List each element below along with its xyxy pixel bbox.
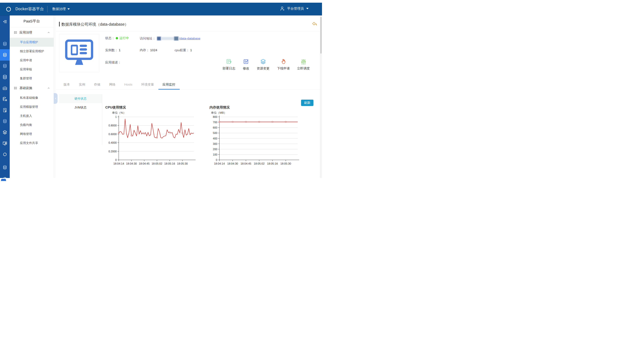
database-icon[interactable] (2, 74, 8, 80)
address-redacted (157, 36, 179, 41)
sidebar-section-infrastructure[interactable]: 基础设施 (10, 83, 54, 93)
memory-usage-chart: 010020030040050060070080018:04:1418:04:3… (206, 115, 299, 166)
tab-hosts[interactable]: Hosts (124, 80, 132, 90)
chevron-left-icon (54, 97, 57, 100)
memory-value: 1024 (150, 48, 157, 52)
cpu-weight-label: cpu权重： (174, 48, 189, 52)
header-divider (47, 6, 48, 12)
cpu-usage-chart: 00.20000.40000.60000.8000118:04:1418:04:… (105, 115, 196, 166)
svg-text:600: 600 (213, 126, 217, 129)
svg-text:18:04:14: 18:04:14 (214, 162, 225, 165)
tab-version[interactable]: 版本 (64, 80, 70, 90)
chevron-up-icon (47, 31, 50, 34)
action-label: 立即调度 (297, 66, 310, 71)
svg-text:18:04:30: 18:04:30 (126, 162, 137, 165)
app-title: Docker容器平台 (16, 6, 44, 11)
database-icon[interactable] (2, 41, 7, 46)
memory-chart-title: 内存使用情况 (210, 105, 230, 110)
top-header: Docker容器平台 数据治理 平台管理员 (0, 3, 322, 15)
svg-text:18:04:30: 18:04:30 (227, 162, 238, 165)
subnav-jvm-status[interactable]: JVM状态 (59, 103, 102, 112)
chevron-down-icon (68, 8, 70, 10)
nav-data-governance[interactable]: 数据治理 (52, 7, 70, 11)
layers-icon[interactable] (2, 130, 8, 135)
memory-field: 内存： 1024 (140, 48, 157, 52)
action-schedule-now[interactable]: 立即调度 (293, 58, 314, 71)
svg-text:1: 1 (115, 116, 117, 118)
database-icon[interactable] (2, 119, 7, 124)
sidebar-section-app-governance[interactable]: 应用治理 (10, 27, 54, 38)
monitor-subnav: 硬件状态 JVM状态 (59, 94, 102, 145)
svg-text:DATA: DATA (3, 88, 6, 89)
platform-logo-icon (5, 6, 12, 13)
cpu-chart-title: CPU使用情况 (105, 105, 126, 110)
app-icon-box (59, 34, 99, 72)
list-icon (14, 86, 18, 90)
sidebar-collapse-handle[interactable] (54, 93, 58, 104)
action-offline-request[interactable]: 下线申请 (273, 58, 294, 71)
cpu-chart-unit: 单位（%） (112, 111, 126, 115)
sidebar-item-app-review[interactable]: 应用审核 (10, 65, 54, 74)
tab-network[interactable]: 网络 (109, 80, 116, 90)
data-node-icon[interactable]: DATA (2, 86, 8, 91)
swirl-icon[interactable] (2, 152, 8, 157)
sidebar-item-cluster-management[interactable]: 集群管理 (10, 74, 54, 83)
edit-icon (243, 58, 249, 65)
chevron-down-icon (306, 8, 308, 9)
tab-env-variables[interactable]: 环境变量 (141, 80, 154, 90)
sidebar-item-host-access[interactable]: 主机接入 (10, 111, 54, 120)
tab-instance[interactable]: 实例 (79, 80, 85, 90)
cpu-weight-field: cpu权重： 1 (174, 48, 192, 52)
back-reply-icon[interactable] (312, 21, 318, 27)
svg-text:400: 400 (213, 137, 217, 140)
svg-text:0: 0 (115, 159, 117, 162)
refresh-button[interactable]: 刷新 (301, 100, 314, 106)
status-dot (116, 37, 118, 39)
status-row: 状态： 运行中 (105, 36, 129, 40)
user-icon (280, 6, 285, 11)
document-certificate-icon[interactable] (2, 108, 8, 113)
swirl-icon[interactable] (2, 176, 8, 178)
nav-data-governance-label: 数据治理 (52, 7, 66, 11)
svg-text:100: 100 (213, 153, 217, 156)
sidebar-item-private-base-image[interactable]: 私有基础镜像 (10, 93, 54, 102)
sidebar: PaaS平台 应用治理 平台应用维护 独立部署应用维护 应用申请 应用审核 集群… (10, 15, 54, 178)
svg-text:0.4000: 0.4000 (108, 141, 117, 144)
database-icon-active[interactable] (2, 53, 7, 57)
address-label: 访问地址： (140, 36, 156, 41)
chevron-up-icon (47, 86, 50, 90)
sidebar-item-network-management[interactable]: 网络管理 (10, 129, 54, 139)
database-icon[interactable] (2, 165, 7, 170)
sidebar-item-app-application[interactable]: 应用申请 (10, 56, 54, 65)
svg-text:18:04:45: 18:04:45 (240, 162, 251, 165)
sidebar-item-load-balancing[interactable]: 负载均衡 (10, 120, 54, 129)
sidebar-item-platform-app-maintenance[interactable]: 平台应用维护 (10, 38, 54, 47)
database-gear-icon[interactable] (2, 97, 8, 102)
menu-toggle-icon[interactable] (2, 19, 8, 24)
address-link[interactable]: /data-database (179, 37, 200, 40)
database-icon[interactable] (2, 64, 7, 68)
svg-text:18:05:30: 18:05:30 (280, 162, 291, 165)
instances-value: 1 (119, 48, 120, 52)
svg-text:18:05:02: 18:05:02 (254, 162, 264, 165)
sidebar-item-app-template-management[interactable]: 应用模版管理 (10, 102, 54, 111)
subnav-hardware-status[interactable]: 硬件状态 (59, 94, 102, 103)
svg-text:500: 500 (213, 132, 217, 135)
action-label: 修改 (243, 66, 249, 71)
list-icon (14, 31, 18, 34)
tabs-bar: 版本 实例 存储 网络 Hosts 环境变量 应用监控 (56, 80, 322, 90)
monitor-gear-icon[interactable] (2, 141, 8, 146)
action-resource-change[interactable]: 资源变更 (253, 58, 273, 71)
user-menu[interactable]: 平台管理员 (280, 6, 308, 11)
sidebar-item-app-file-sharing[interactable]: 应用文件共享 (10, 139, 54, 148)
svg-text:18:05:30: 18:05:30 (177, 162, 188, 165)
page-scrollbar-thumb[interactable] (320, 17, 322, 54)
status-value: 运行中 (120, 36, 129, 40)
tab-storage[interactable]: 存储 (94, 80, 100, 90)
svg-text:800: 800 (213, 116, 217, 118)
deploy-log-icon (226, 58, 232, 65)
action-label: 部署日志 (222, 66, 235, 71)
svg-text:18:05:16: 18:05:16 (267, 162, 278, 165)
tab-app-monitoring[interactable]: 应用监控 (162, 80, 175, 90)
sidebar-item-standalone-app-maintenance[interactable]: 独立部署应用维护 (10, 47, 54, 56)
